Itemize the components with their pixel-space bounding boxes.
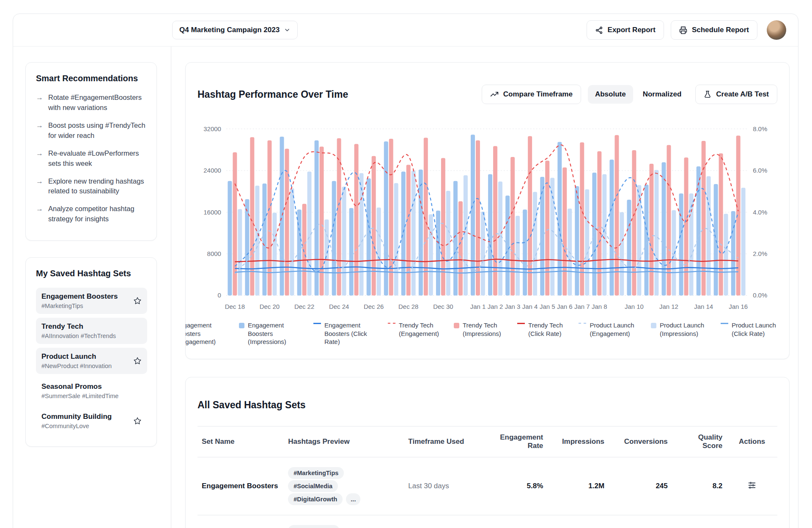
legend-item[interactable]: Engagement Boosters (Engagement) (185, 321, 228, 346)
svg-text:Jan 16: Jan 16 (729, 303, 748, 310)
svg-text:6.0%: 6.0% (753, 167, 767, 174)
svg-text:Dec 18: Dec 18 (225, 303, 245, 310)
schedule-report-button[interactable]: Schedule Report (671, 20, 757, 40)
svg-text:Jan 3: Jan 3 (505, 303, 521, 310)
legend-item[interactable]: Trendy Tech (Engagement) (388, 321, 443, 346)
svg-text:Jan 6: Jan 6 (557, 303, 573, 310)
svg-text:Dec 24: Dec 24 (329, 303, 349, 310)
legend-item[interactable]: Trendy Tech (Impressions) (454, 321, 506, 346)
table-conversions: 245 (609, 457, 672, 515)
legend-marker-icon (579, 323, 586, 324)
legend-item[interactable]: Product Launch (Engagement) (579, 321, 640, 346)
saved-sets-list: Engagement Boosters#MarketingTipsTrendy … (36, 288, 147, 434)
legend-item[interactable]: Trendy Tech (Click Rate) (517, 321, 568, 346)
recommendation-item: →Re-evaluate #LowPerformers sets this we… (36, 148, 147, 169)
performance-chart[interactable]: 00.0%80002.0%160004.0%240006.0%320008.0%… (198, 122, 777, 314)
recommendation-item: →Boost posts using #TrendyTech for wider… (36, 121, 147, 141)
legend-label: Engagement Boosters (Engagement) (185, 321, 228, 346)
arrow-right-icon: → (36, 176, 43, 197)
table-timeframe: Last 30 days (404, 457, 484, 515)
legend-item[interactable]: Engagement Boosters (Impressions) (239, 321, 302, 346)
column-header: Actions (727, 426, 777, 457)
arrow-right-icon: → (36, 204, 43, 224)
saved-sets-title: My Saved Hashtag Sets (36, 269, 147, 278)
header-actions: Export Report Schedule Report (587, 20, 786, 40)
saved-set-tags: #NewProduct #Innovation (41, 363, 112, 369)
export-report-label: Export Report (608, 26, 656, 34)
legend-marker-icon (517, 323, 525, 324)
svg-text:Dec 20: Dec 20 (260, 303, 280, 310)
row-actions-button[interactable] (746, 479, 758, 493)
column-header: Impressions (547, 426, 609, 457)
app-window: Q4 Marketing Campaign 2023 Export Report… (13, 14, 798, 528)
svg-text:32000: 32000 (203, 125, 221, 132)
column-header: Timeframe Used (404, 426, 484, 457)
export-report-button[interactable]: Export Report (587, 20, 664, 40)
column-header: Hashtags Preview (284, 426, 404, 457)
legend-marker-icon (454, 323, 459, 328)
chevron-down-icon (284, 27, 291, 33)
arrow-right-icon: → (36, 93, 43, 113)
table-title: All Saved Hashtag Sets (198, 399, 777, 411)
saved-set-item[interactable]: Seasonal Promos#SummerSale #LimitedTime (36, 378, 147, 404)
compare-timeframe-button[interactable]: Compare Timeframe (482, 85, 581, 104)
recommendation-text: Re-evaluate #LowPerformers sets this wee… (48, 148, 147, 169)
svg-text:Jan 7: Jan 7 (574, 303, 590, 310)
recommendation-text: Boost posts using #TrendyTech for wider … (48, 121, 147, 141)
table-timeframe (404, 515, 484, 528)
svg-text:8000: 8000 (207, 250, 221, 257)
recommendation-item: →Rotate #EngagementBoosters with new var… (36, 93, 147, 113)
arrow-right-icon: → (36, 148, 43, 169)
schedule-report-label: Schedule Report (692, 26, 749, 34)
recommendation-text: Rotate #EngagementBoosters with new vari… (48, 93, 147, 113)
flask-icon (704, 91, 711, 98)
svg-text:0.0%: 0.0% (753, 292, 767, 299)
more-hashtags-chip[interactable]: ... (346, 493, 360, 505)
saved-set-tags: #AIInnovation #TechTrends (41, 333, 116, 339)
legend-marker-icon (721, 323, 728, 324)
table-header-row: Set NameHashtags PreviewTimeframe UsedEn… (198, 426, 777, 457)
svg-text:Jan 14: Jan 14 (694, 303, 713, 310)
star-icon[interactable] (133, 417, 142, 425)
sidebar: Smart Recommendations →Rotate #Engagemen… (13, 47, 171, 528)
legend-item[interactable]: Engagement Boosters (Click Rate) (313, 321, 377, 346)
table-set-name: Engagement Boosters (202, 482, 278, 490)
table-engagement-rate: 5.8% (484, 457, 548, 515)
avatar[interactable] (767, 20, 786, 40)
saved-set-tags: #MarketingTips (41, 302, 118, 309)
table-impressions: 1.2M (547, 457, 609, 515)
saved-set-item[interactable]: Engagement Boosters#MarketingTips (36, 288, 147, 314)
svg-text:24000: 24000 (203, 167, 221, 174)
saved-set-item[interactable]: Product Launch#NewProduct #Innovation (36, 348, 147, 374)
svg-text:Jan 1: Jan 1 (470, 303, 486, 310)
saved-set-name: Engagement Boosters (41, 292, 118, 301)
saved-set-item[interactable]: Trendy Tech#AIInnovation #TechTrends (36, 318, 147, 344)
legend-item[interactable]: Product Launch (Click Rate) (721, 321, 777, 346)
compare-timeframe-label: Compare Timeframe (503, 90, 573, 99)
create-ab-test-label: Create A/B Test (716, 90, 769, 99)
absolute-normalized-toggle: Absolute Normalized (588, 85, 689, 104)
saved-set-name: Trendy Tech (41, 322, 116, 331)
svg-text:0: 0 (218, 292, 221, 299)
svg-text:Dec 22: Dec 22 (294, 303, 314, 310)
campaign-selector[interactable]: Q4 Marketing Campaign 2023 (172, 21, 298, 39)
toggle-absolute[interactable]: Absolute (588, 85, 633, 104)
column-header: Conversions (609, 426, 672, 457)
svg-text:Jan 4: Jan 4 (522, 303, 538, 310)
toggle-normalized[interactable]: Normalized (636, 85, 689, 104)
app-header: Q4 Marketing Campaign 2023 Export Report… (13, 14, 798, 47)
printer-icon (679, 26, 687, 34)
star-icon[interactable] (133, 357, 142, 365)
hashtag-chip: #AIInnovation (288, 525, 340, 528)
legend-item[interactable]: Product Launch (Impressions) (651, 321, 710, 346)
saved-set-item[interactable]: Community Building#CommunityLove (36, 408, 147, 434)
arrow-right-icon: → (36, 121, 43, 141)
create-ab-test-button[interactable]: Create A/B Test (695, 85, 777, 104)
svg-text:4.0%: 4.0% (753, 209, 767, 216)
legend-label: Trendy Tech (Impressions) (463, 321, 506, 338)
table-engagement-rate (484, 515, 548, 528)
star-icon[interactable] (133, 297, 142, 305)
legend-marker-icon (239, 323, 244, 328)
hashtag-chip: #SocialMedia (288, 480, 338, 492)
column-header: Engagement Rate (484, 426, 548, 457)
